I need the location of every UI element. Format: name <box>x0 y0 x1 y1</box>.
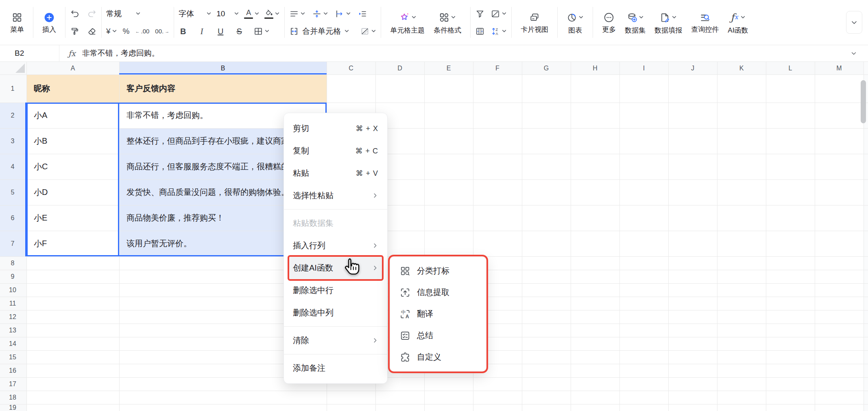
row-header-19[interactable]: 19 <box>0 404 25 411</box>
column-header-M[interactable]: M <box>815 62 864 74</box>
row-header-8[interactable]: 8 <box>0 256 25 270</box>
menu-item-cut[interactable]: 剪切⌘ + X <box>284 117 387 140</box>
redo-button[interactable] <box>87 9 97 19</box>
chevron-down-icon <box>578 15 584 20</box>
row-header-4[interactable]: 4 <box>0 154 25 179</box>
strikethrough-button[interactable]: S <box>235 27 244 35</box>
select-all-corner[interactable] <box>15 63 25 73</box>
cell-reference-box[interactable]: B2 <box>0 49 59 58</box>
diagonal-border-button[interactable] <box>360 26 376 36</box>
column-header-I[interactable]: I <box>619 62 668 74</box>
number-format-dropdown[interactable]: 常规 <box>106 9 141 19</box>
cell-theme-button[interactable]: 单元格主题 <box>386 11 429 34</box>
formula-input[interactable]: 非常不错，考虑回购。 <box>82 48 159 59</box>
row-header-14[interactable]: 14 <box>0 337 25 350</box>
query-control-button[interactable]: 查询控件 <box>687 12 723 33</box>
row-header-7[interactable]: 7 <box>0 231 25 256</box>
row-header-9[interactable]: 9 <box>0 270 25 283</box>
split-fill-button[interactable] <box>491 9 507 19</box>
submenu-item-summarize[interactable]: 总结 <box>390 325 486 346</box>
row-header-6[interactable]: 6 <box>0 205 25 231</box>
column-header-D[interactable]: D <box>375 62 424 74</box>
column-header-G[interactable]: G <box>522 62 571 74</box>
row-header-17[interactable]: 17 <box>0 377 25 391</box>
row-header-1[interactable]: 1 <box>0 74 25 103</box>
menu-button[interactable]: 菜单 <box>6 12 28 33</box>
ai-function-button[interactable]: ƒx AI函数 <box>723 11 752 34</box>
dataset-button[interactable]: 数据集 <box>620 11 650 34</box>
submenu-item-translate[interactable]: 中A 翻译 <box>390 303 486 325</box>
vertical-align-button[interactable] <box>312 9 328 19</box>
arrow-right-icon: → <box>165 29 169 34</box>
chart-button[interactable]: 图表 <box>562 11 588 34</box>
decrease-decimal-button[interactable]: ←.00 <box>135 28 149 34</box>
column-header-B[interactable]: B <box>119 62 327 74</box>
currency-format-button[interactable]: ¥ <box>106 27 117 35</box>
column-header-A[interactable]: A <box>26 62 119 74</box>
format-painter-button[interactable] <box>70 26 80 36</box>
text-overflow-button[interactable] <box>335 9 351 19</box>
submenu-item-custom[interactable]: 自定义 <box>390 346 486 368</box>
menu-item-add-note[interactable]: 添加备注 <box>284 357 387 379</box>
column-header-H[interactable]: H <box>571 62 619 74</box>
row-header-18[interactable]: 18 <box>0 391 25 404</box>
row-header-12[interactable]: 12 <box>0 310 25 324</box>
font-color-button[interactable]: A <box>244 9 260 19</box>
row-header-5[interactable]: 5 <box>0 179 25 205</box>
chevron-down-icon <box>300 11 305 16</box>
menu-item-paste-special[interactable]: 选择性粘贴 <box>284 184 387 207</box>
menu-item-clear[interactable]: 清除 <box>284 329 387 352</box>
eraser-button[interactable] <box>87 26 97 36</box>
menu-item-copy[interactable]: 复制⌘ + C <box>284 140 387 162</box>
column-header-C[interactable]: C <box>327 62 375 74</box>
row-header-13[interactable]: 13 <box>0 324 25 337</box>
row-header-11[interactable]: 11 <box>0 297 25 310</box>
cell-theme-label: 单元格主题 <box>390 27 425 34</box>
menu-item-delete-cols[interactable]: 删除选中列 <box>284 302 387 324</box>
column-header-J[interactable]: J <box>668 62 717 74</box>
menu-item-insert-rows-cols[interactable]: 插入行列 <box>284 234 387 257</box>
row-header-10[interactable]: 10 <box>0 283 25 297</box>
borders-button[interactable] <box>253 26 270 36</box>
row-header-15[interactable]: 15 <box>0 350 25 364</box>
font-family-dropdown[interactable]: 字体 <box>179 9 212 19</box>
underline-button[interactable]: U <box>216 27 225 35</box>
horizontal-align-button[interactable] <box>289 9 305 19</box>
vertical-scrollbar-thumb[interactable] <box>861 80 866 123</box>
more-button[interactable]: 更多 <box>598 12 620 33</box>
column-header-L[interactable]: L <box>766 62 815 74</box>
cell-A1[interactable]: 昵称 <box>26 74 119 103</box>
card-view-button[interactable]: 卡片视图 <box>516 12 553 33</box>
row-header-2[interactable]: 2 <box>0 103 25 128</box>
insert-button[interactable]: 插入 <box>38 12 61 33</box>
undo-button[interactable] <box>70 9 80 19</box>
cell-B1[interactable]: 客户反馈内容 <box>119 74 327 103</box>
fill-color-button[interactable] <box>264 9 280 19</box>
menu-item-paste[interactable]: 粘贴⌘ + V <box>284 162 387 184</box>
conditional-format-button[interactable]: 条件格式 <box>429 11 466 34</box>
font-size-dropdown[interactable]: 10 <box>216 9 239 18</box>
data-form-button[interactable]: 数据填报 <box>650 11 687 34</box>
column-header-F[interactable]: F <box>473 62 522 74</box>
increase-decimal-button[interactable]: 00.→ <box>155 28 169 34</box>
row-header-16[interactable]: 16 <box>0 364 25 377</box>
submenu-item-classify-tag[interactable]: 分类打标 <box>390 260 486 282</box>
row-header-3[interactable]: 3 <box>0 128 25 154</box>
column-header-E[interactable]: E <box>424 62 473 74</box>
filter-button[interactable] <box>475 9 485 19</box>
percent-format-button[interactable]: % <box>123 27 130 35</box>
sort-button[interactable]: ZA <box>491 26 507 36</box>
merge-cells-button[interactable]: 合并单元格 <box>289 26 349 37</box>
bold-button[interactable]: B <box>179 27 188 35</box>
collapse-toolbar-button[interactable] <box>846 11 862 34</box>
freeze-panes-button[interactable] <box>475 26 485 36</box>
submenu-item-label: 分类打标 <box>417 265 449 276</box>
indent-button[interactable] <box>358 9 367 19</box>
menu-item-delete-rows[interactable]: 删除选中行 <box>284 279 387 302</box>
submenu-item-extract-info[interactable]: 信息提取 <box>390 282 486 303</box>
italic-button[interactable]: I <box>197 27 206 35</box>
column-header-K[interactable]: K <box>717 62 766 74</box>
expand-formula-bar-button[interactable] <box>850 50 857 57</box>
menu-item-create-ai-function[interactable]: 创建AI函数 <box>289 257 382 279</box>
gridline <box>619 62 620 411</box>
